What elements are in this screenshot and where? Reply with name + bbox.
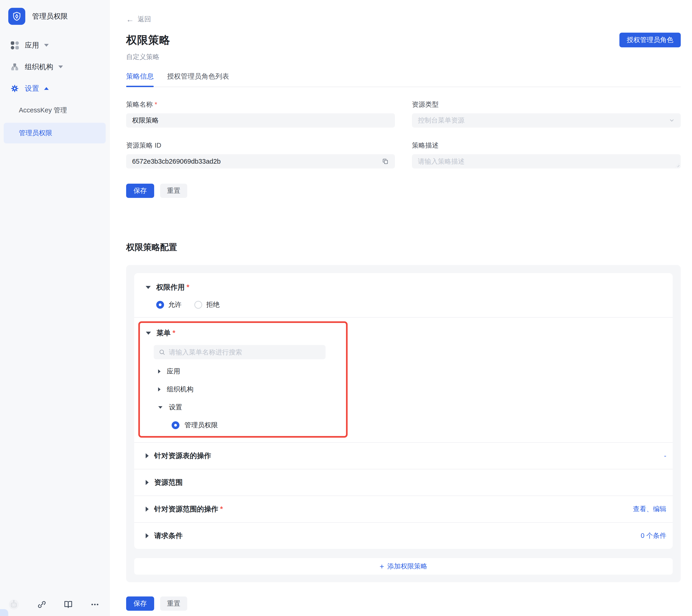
- tree-node-apps[interactable]: 应用: [140, 362, 346, 380]
- caret-down-icon: [146, 332, 151, 335]
- caret-right-icon: [158, 369, 160, 374]
- policy-id-label: 资源策略 ID: [126, 141, 395, 150]
- app-title: 管理员权限: [32, 12, 68, 21]
- conditions-count[interactable]: 0 个条件: [641, 531, 666, 540]
- policy-desc-label: 策略描述: [412, 141, 681, 150]
- tree-node-label: 组织机构: [167, 385, 193, 394]
- apps-icon: [10, 41, 20, 49]
- section-resource-table-ops[interactable]: 针对资源表的操作 -: [134, 443, 673, 469]
- radio-deny[interactable]: 拒绝: [194, 300, 220, 310]
- section-request-conditions[interactable]: 请求条件 0 个条件: [134, 523, 673, 549]
- tree-node-settings[interactable]: 设置: [140, 398, 346, 416]
- policy-name-input[interactable]: [132, 117, 389, 124]
- link-icon[interactable]: [37, 600, 46, 609]
- section-title: 菜单*: [156, 328, 175, 338]
- section-resource-scope[interactable]: 资源范围: [134, 469, 673, 495]
- sidebar-bottom-bar: [0, 598, 110, 611]
- save-button[interactable]: 保存: [126, 184, 154, 198]
- add-policy-label: 添加权限策略: [387, 562, 427, 571]
- page-title: 权限策略: [126, 33, 170, 47]
- radio-allow[interactable]: 允许: [156, 300, 181, 310]
- policy-form: 策略名称* 资源类型 控制台菜单资源 资源策略 ID: [126, 100, 681, 169]
- save-button-bottom[interactable]: 保存: [126, 596, 154, 611]
- caret-right-icon: [146, 507, 149, 512]
- menu-search-box: [154, 345, 326, 359]
- tab-authorized-roles[interactable]: 授权管理员角色列表: [167, 72, 229, 87]
- required-mark: *: [187, 283, 189, 291]
- required-mark: *: [220, 505, 223, 513]
- tree-node-admin-permission[interactable]: 管理员权限: [140, 416, 346, 434]
- radio-checked-icon: [172, 421, 179, 429]
- book-icon[interactable]: [64, 600, 73, 609]
- tree-node-label: 应用: [167, 367, 180, 376]
- sidebar-item-label: 组织机构: [25, 62, 53, 72]
- section-title: 权限作用*: [156, 282, 189, 292]
- policy-id-input[interactable]: [132, 158, 382, 165]
- caret-right-icon: [146, 480, 149, 485]
- menu-section-highlight: 菜单* 应用: [138, 321, 348, 438]
- reset-button[interactable]: 重置: [160, 184, 187, 198]
- section-title: 资源范围: [154, 477, 183, 487]
- back-label: 返回: [137, 15, 151, 24]
- section-right-value: -: [664, 452, 666, 460]
- radio-unchecked-icon: [194, 301, 202, 309]
- sidebar-nav: 应用 组织机构: [0, 38, 109, 144]
- menu-search-input[interactable]: [169, 348, 321, 356]
- authorize-admin-role-button[interactable]: 授权管理员角色: [620, 33, 681, 47]
- sidebar: 管理员权限 应用 组织机构: [0, 0, 110, 616]
- tree-node-org[interactable]: 组织机构: [140, 380, 346, 398]
- reset-button-bottom[interactable]: 重置: [160, 596, 187, 611]
- shield-logo-icon: [8, 8, 25, 25]
- caret-right-icon: [146, 453, 149, 458]
- resource-type-value: 控制台菜单资源: [418, 116, 464, 125]
- menu-tree: 应用 组织机构 设置 管理员权限: [140, 362, 346, 434]
- caret-down-icon: [146, 286, 151, 289]
- sidebar-item-accesskey[interactable]: AccessKey 管理: [4, 103, 106, 118]
- caret-right-icon: [158, 387, 160, 391]
- section-title: 请求条件: [154, 531, 183, 540]
- tab-bar: 策略信息 授权管理员角色列表: [126, 72, 681, 87]
- sidebar-subitem-label: AccessKey 管理: [19, 106, 67, 115]
- radio-checked-icon: [156, 301, 164, 309]
- sidebar-item-admin-permission[interactable]: 管理员权限: [4, 123, 106, 144]
- sidebar-item-apps[interactable]: 应用: [0, 38, 109, 52]
- sidebar-item-label: 设置: [25, 84, 39, 93]
- sidebar-item-settings[interactable]: 设置: [0, 81, 109, 95]
- radio-label: 允许: [168, 300, 181, 310]
- app-logo-row: 管理员权限: [0, 0, 109, 25]
- chevron-down-icon: [58, 65, 63, 68]
- required-mark: *: [173, 329, 175, 337]
- section-scope-ops[interactable]: 针对资源范围的操作* 查看、编辑: [134, 496, 673, 522]
- section-title: 针对资源表的操作: [154, 451, 211, 461]
- back-link[interactable]: ← 返回: [126, 15, 151, 24]
- resource-type-label: 资源类型: [412, 100, 681, 109]
- section-effect-header[interactable]: 权限作用*: [134, 283, 673, 292]
- divider: [134, 317, 673, 318]
- caret-down-icon: [158, 406, 163, 409]
- required-mark: *: [155, 101, 157, 108]
- tree-node-label: 设置: [169, 403, 182, 412]
- config-heading: 权限策略配置: [126, 241, 681, 253]
- view-edit-links[interactable]: 查看、编辑: [633, 505, 666, 514]
- radio-label: 拒绝: [206, 300, 220, 310]
- chevron-down-icon: [669, 118, 675, 123]
- copy-icon[interactable]: [382, 158, 389, 165]
- effect-options: 允许 拒绝: [156, 300, 673, 310]
- section-menu-header[interactable]: 菜单*: [140, 328, 346, 338]
- resize-grip-icon[interactable]: [676, 164, 679, 167]
- resource-type-select[interactable]: 控制台菜单资源: [412, 113, 681, 128]
- popup-corner-shape: [0, 609, 8, 616]
- policy-config-card: 权限作用* 允许 拒绝 菜单*: [134, 273, 673, 549]
- section-title: 针对资源范围的操作*: [154, 504, 223, 514]
- page-subtitle: 自定义策略: [126, 52, 681, 62]
- sidebar-item-org[interactable]: 组织机构: [0, 60, 109, 74]
- add-policy-button[interactable]: + 添加权限策略: [134, 558, 673, 575]
- plus-icon: +: [380, 562, 384, 570]
- tab-policy-info[interactable]: 策略信息: [126, 72, 154, 87]
- policy-desc-textarea[interactable]: [418, 158, 675, 165]
- more-icon[interactable]: [90, 600, 100, 609]
- sidebar-subitem-label: 管理员权限: [19, 128, 52, 138]
- tree-node-label: 管理员权限: [185, 421, 218, 430]
- search-icon: [159, 349, 165, 355]
- robot-icon: [8, 598, 20, 611]
